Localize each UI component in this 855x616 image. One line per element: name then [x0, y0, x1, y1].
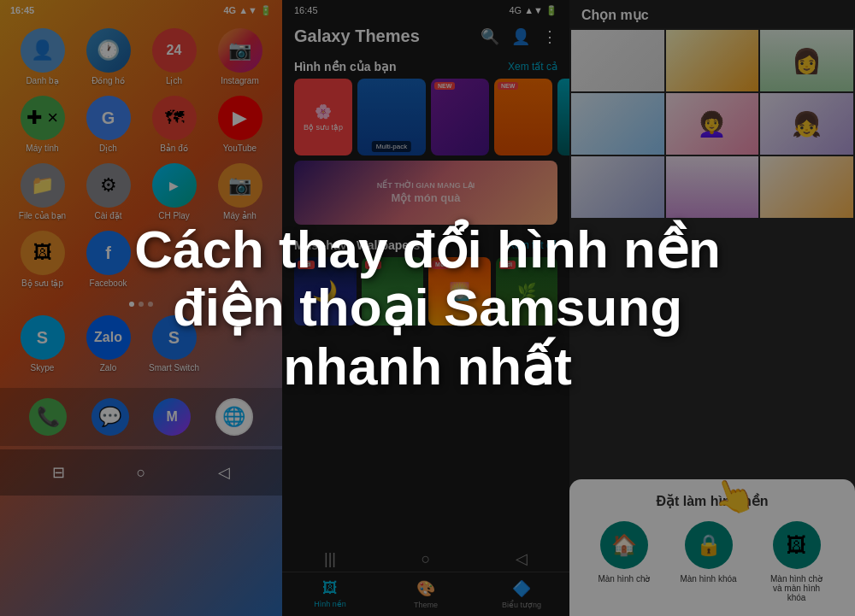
theme-tab-label: Theme: [414, 601, 438, 609]
collection-cherry-icon: 🌸: [315, 103, 332, 120]
themes-home[interactable]: ○: [413, 546, 439, 572]
themes-back[interactable]: |||: [317, 546, 343, 572]
app-sms[interactable]: 💬: [91, 398, 129, 436]
app-gallery[interactable]: 🖼 Bộ sưu tập: [14, 231, 71, 288]
themes-status-bar: 16:45 4G ▲▼ 🔋: [282, 0, 569, 20]
camera-icon: 📷: [218, 163, 262, 208]
facebook-label: Facebook: [90, 279, 127, 288]
files-icon: 📁: [21, 163, 65, 208]
themes-signal: 4G ▲▼ 🔋: [509, 5, 557, 16]
dot-1: [129, 302, 134, 307]
orange-wallpaper-thumb[interactable]: NEW: [494, 79, 552, 155]
gallery-cell-6[interactable]: 👧: [760, 93, 853, 155]
green-wallpaper[interactable]: Mới: [362, 257, 424, 326]
see-all-must-have-link[interactable]: Xem tất cả: [508, 239, 557, 251]
your-wallpapers-header: Hình nền của bạn Xem tất cả: [282, 53, 569, 79]
phone-dock: 📞 💬 M 🌐: [0, 388, 282, 446]
dot-2: [139, 302, 144, 307]
themes-recent[interactable]: ◁: [509, 546, 534, 572]
sunset-wallpaper[interactable]: Mới 🌅: [428, 257, 491, 326]
profile-icon[interactable]: 👤: [511, 27, 530, 46]
must-have-section: Must-have Wallpapers Xem tất cả Mới 🌙 Mớ…: [282, 232, 569, 326]
youtube-icon: ▶: [218, 96, 262, 140]
left-signal: 4G ▲▼ 🔋: [223, 5, 272, 16]
popup-option-lock[interactable]: 🔒 Màn hình khóa: [680, 521, 736, 602]
icon-tab-icon: 🔷: [512, 579, 531, 598]
maps-icon: 🗺: [152, 96, 197, 140]
app-chplay[interactable]: ▶ CH Play: [145, 163, 203, 220]
app-translate[interactable]: G Dịch: [80, 96, 137, 153]
person-photo-2: 👩‍🦱: [666, 93, 759, 155]
gallery-cell-2[interactable]: [666, 30, 759, 91]
app-settings[interactable]: ⚙ Cài đặt: [80, 163, 137, 220]
app-zalo[interactable]: Zalo Zalo: [80, 315, 137, 373]
translate-icon: G: [86, 96, 131, 140]
app-lich[interactable]: 24 Lịch: [145, 28, 203, 85]
left-status-bar: 16:45 4G ▲▼ 🔋: [0, 0, 282, 20]
app-calc[interactable]: ✚ × Máy tính: [14, 96, 71, 153]
page-dots: [0, 296, 282, 312]
gallery-cell-1[interactable]: [571, 30, 664, 91]
nav-back[interactable]: ⊟: [45, 460, 71, 485]
cyan-wallpaper-thumb[interactable]: [557, 79, 569, 155]
apps-grid-row1: 👤 Danh bạ 🕐 Đồng hồ 24 Lịch 📷 Instagram: [0, 20, 282, 94]
app-camera[interactable]: 📷 Máy ảnh: [211, 163, 268, 220]
search-icon[interactable]: 🔍: [481, 27, 499, 46]
person-photo-3: 👧: [760, 93, 853, 155]
chplay-icon: ▶: [152, 163, 197, 208]
app-smart-switch[interactable]: S Smart Switch: [145, 315, 203, 373]
phone-nav-bar: ⊟ ○ ◁: [0, 449, 282, 496]
collection-thumb[interactable]: 🌸 Bộ sưu tập: [294, 79, 352, 155]
app-skype[interactable]: S Skype: [14, 315, 71, 373]
both-screens-label: Màn hình chờ và màn hình khóa: [767, 574, 827, 602]
purple-wallpaper-thumb[interactable]: NEW: [431, 79, 489, 155]
apps-grid-row4: 🖼 Bộ sưu tập f Facebook: [0, 229, 282, 296]
right-panel-header: Chọn mục: [569, 0, 855, 28]
new-badge-moon: Mới: [298, 261, 315, 269]
smart-switch-icon: S: [152, 315, 197, 360]
app-chrome[interactable]: 🌐: [215, 398, 253, 436]
messenger-icon: M: [153, 398, 191, 436]
tab-theme[interactable]: 🎨 Theme: [378, 572, 474, 616]
wallpaper-row: 🌸 Bộ sưu tập Multi-pack NEW NEW: [282, 79, 569, 155]
calc-icon: ✚ ×: [21, 96, 65, 140]
new-badge-orange: NEW: [498, 82, 518, 90]
app-phone[interactable]: 📞: [29, 398, 67, 436]
moon-wallpaper[interactable]: Mới 🌙: [294, 257, 357, 326]
app-youtube[interactable]: ▶ YouTube: [211, 96, 268, 153]
app-maps[interactable]: 🗺 Bản đồ: [145, 96, 203, 153]
app-files[interactable]: 📁 File của bạn: [14, 163, 71, 220]
blue-wallpaper-thumb[interactable]: Multi-pack: [357, 79, 426, 155]
new-badge-purple: NEW: [434, 82, 455, 90]
app-instagram[interactable]: 📷 Instagram: [211, 28, 268, 85]
gallery-label: Bộ sưu tập: [21, 279, 63, 288]
galaxy-themes-panel: 16:45 4G ▲▼ 🔋 Galaxy Themes 🔍 👤 ⋮ Hình n…: [282, 0, 569, 616]
translate-label: Dịch: [99, 144, 117, 153]
gallery-cell-4[interactable]: [571, 93, 664, 155]
forest-wallpaper[interactable]: Mới 🌿: [496, 257, 558, 326]
popup-option-home[interactable]: 🏠 Màn hình chờ: [598, 521, 650, 602]
settings-label: Cài đặt: [94, 211, 121, 220]
gallery-cell-5[interactable]: 👩‍🦱: [666, 93, 759, 155]
app-dong-ho[interactable]: 🕐 Đồng hồ: [80, 28, 137, 85]
see-all-wallpapers-link[interactable]: Xem tất cả: [508, 61, 557, 73]
nav-home[interactable]: ○: [128, 460, 154, 485]
app-danh-ba[interactable]: 👤 Danh bạ: [14, 28, 71, 85]
app-messenger[interactable]: M: [153, 398, 191, 436]
more-icon[interactable]: ⋮: [542, 27, 557, 46]
skype-icon: S: [21, 315, 65, 360]
themes-header: Galaxy Themes 🔍 👤 ⋮: [282, 20, 569, 53]
gallery-cell-3[interactable]: 👩: [760, 30, 853, 91]
gallery-cell-9[interactable]: [760, 156, 853, 218]
nav-recent[interactable]: ◁: [211, 460, 237, 485]
app-facebook[interactable]: f Facebook: [80, 231, 137, 288]
new-badge-sunset: Mới: [432, 261, 449, 269]
new-badge-green: Mới: [365, 261, 382, 269]
tab-wallpaper[interactable]: 🖼 Hình nền: [282, 572, 378, 616]
both-screens-icon: 🖼: [773, 521, 821, 569]
tab-icon[interactable]: 🔷 Biểu tượng: [474, 572, 569, 616]
gallery-cell-8[interactable]: [666, 156, 759, 218]
right-panel: Chọn mục 👩 👩‍🦱 👧 👆 Đặt làm hình: [569, 0, 855, 616]
popup-option-both[interactable]: 🖼 Màn hình chờ và màn hình khóa: [767, 521, 827, 602]
gallery-cell-7[interactable]: [571, 156, 664, 218]
